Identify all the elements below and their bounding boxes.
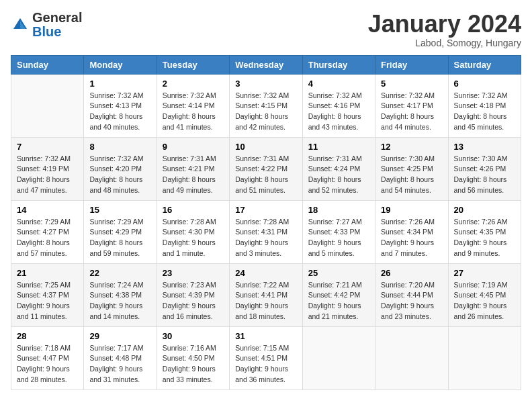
day-number: 4	[308, 79, 369, 89]
calendar-cell: 8Sunrise: 7:32 AMSunset: 4:20 PMDaylight…	[84, 137, 157, 200]
day-number: 15	[89, 205, 150, 215]
day-number: 14	[17, 205, 78, 215]
day-number: 22	[89, 268, 150, 278]
calendar-cell	[302, 326, 375, 390]
logo-text-general: General	[32, 10, 82, 25]
calendar-cell: 5Sunrise: 7:32 AMSunset: 4:17 PMDaylight…	[375, 74, 448, 137]
day-info: Sunrise: 7:32 AMSunset: 4:14 PMDaylight:…	[163, 91, 224, 133]
day-info: Sunrise: 7:31 AMSunset: 4:21 PMDaylight:…	[163, 154, 224, 196]
day-number: 16	[163, 205, 224, 215]
calendar-week-row: 7Sunrise: 7:32 AMSunset: 4:19 PMDaylight…	[11, 137, 521, 200]
logo: General Blue	[11, 11, 82, 39]
calendar-cell: 16Sunrise: 7:28 AMSunset: 4:30 PMDayligh…	[157, 200, 229, 263]
day-number: 29	[89, 331, 150, 341]
title-month: January 2024	[368, 11, 521, 38]
calendar-cell: 13Sunrise: 7:30 AMSunset: 4:26 PMDayligh…	[448, 137, 521, 200]
day-number: 6	[454, 79, 515, 89]
day-number: 7	[17, 142, 78, 152]
calendar-cell: 21Sunrise: 7:25 AMSunset: 4:37 PMDayligh…	[11, 263, 84, 326]
day-info: Sunrise: 7:19 AMSunset: 4:45 PMDaylight:…	[454, 280, 515, 322]
calendar-cell: 2Sunrise: 7:32 AMSunset: 4:14 PMDaylight…	[157, 74, 229, 137]
calendar-cell: 27Sunrise: 7:19 AMSunset: 4:45 PMDayligh…	[448, 263, 521, 326]
day-info: Sunrise: 7:31 AMSunset: 4:22 PMDaylight:…	[235, 154, 296, 196]
day-number: 10	[235, 142, 296, 152]
day-info: Sunrise: 7:29 AMSunset: 4:27 PMDaylight:…	[17, 217, 78, 259]
day-info: Sunrise: 7:29 AMSunset: 4:29 PMDaylight:…	[89, 217, 150, 259]
day-info: Sunrise: 7:28 AMSunset: 4:30 PMDaylight:…	[163, 217, 224, 259]
calendar-cell: 10Sunrise: 7:31 AMSunset: 4:22 PMDayligh…	[230, 137, 302, 200]
day-number: 3	[235, 79, 296, 89]
calendar-header-thursday: Thursday	[302, 55, 375, 74]
day-info: Sunrise: 7:27 AMSunset: 4:33 PMDaylight:…	[308, 217, 369, 259]
day-info: Sunrise: 7:32 AMSunset: 4:19 PMDaylight:…	[17, 154, 78, 196]
calendar-cell: 29Sunrise: 7:17 AMSunset: 4:48 PMDayligh…	[84, 326, 157, 390]
calendar-cell: 20Sunrise: 7:26 AMSunset: 4:35 PMDayligh…	[448, 200, 521, 263]
day-info: Sunrise: 7:25 AMSunset: 4:37 PMDaylight:…	[17, 280, 78, 322]
calendar-cell: 24Sunrise: 7:22 AMSunset: 4:41 PMDayligh…	[230, 263, 302, 326]
day-info: Sunrise: 7:15 AMSunset: 4:51 PMDaylight:…	[235, 343, 296, 385]
calendar-cell: 25Sunrise: 7:21 AMSunset: 4:42 PMDayligh…	[302, 263, 375, 326]
day-number: 28	[17, 331, 78, 341]
day-info: Sunrise: 7:22 AMSunset: 4:41 PMDaylight:…	[235, 280, 296, 322]
calendar-cell: 31Sunrise: 7:15 AMSunset: 4:51 PMDayligh…	[230, 326, 302, 390]
calendar-cell: 3Sunrise: 7:32 AMSunset: 4:15 PMDaylight…	[230, 74, 302, 137]
day-number: 31	[235, 331, 296, 341]
day-number: 17	[235, 205, 296, 215]
calendar-cell: 6Sunrise: 7:32 AMSunset: 4:18 PMDaylight…	[448, 74, 521, 137]
day-number: 21	[17, 268, 78, 278]
day-info: Sunrise: 7:23 AMSunset: 4:39 PMDaylight:…	[163, 280, 224, 322]
day-info: Sunrise: 7:28 AMSunset: 4:31 PMDaylight:…	[235, 217, 296, 259]
title-location: Labod, Somogy, Hungary	[368, 38, 521, 48]
calendar-header-sunday: Sunday	[11, 55, 84, 74]
calendar-week-row: 14Sunrise: 7:29 AMSunset: 4:27 PMDayligh…	[11, 200, 521, 263]
calendar-cell: 11Sunrise: 7:31 AMSunset: 4:24 PMDayligh…	[302, 137, 375, 200]
day-number: 9	[163, 142, 224, 152]
calendar-cell: 4Sunrise: 7:32 AMSunset: 4:16 PMDaylight…	[302, 74, 375, 137]
day-info: Sunrise: 7:21 AMSunset: 4:42 PMDaylight:…	[308, 280, 369, 322]
day-info: Sunrise: 7:20 AMSunset: 4:44 PMDaylight:…	[381, 280, 442, 322]
header: General Blue January 2024 Labod, Somogy,…	[11, 11, 521, 48]
calendar-cell: 14Sunrise: 7:29 AMSunset: 4:27 PMDayligh…	[11, 200, 84, 263]
calendar-cell: 22Sunrise: 7:24 AMSunset: 4:38 PMDayligh…	[84, 263, 157, 326]
day-number: 20	[454, 205, 515, 215]
day-info: Sunrise: 7:17 AMSunset: 4:48 PMDaylight:…	[89, 343, 150, 385]
calendar-table: SundayMondayTuesdayWednesdayThursdayFrid…	[11, 55, 521, 390]
calendar-cell: 15Sunrise: 7:29 AMSunset: 4:29 PMDayligh…	[84, 200, 157, 263]
day-number: 26	[381, 268, 442, 278]
day-info: Sunrise: 7:26 AMSunset: 4:35 PMDaylight:…	[454, 217, 515, 259]
day-info: Sunrise: 7:32 AMSunset: 4:13 PMDaylight:…	[89, 91, 150, 133]
calendar-header-friday: Friday	[375, 55, 448, 74]
day-number: 23	[163, 268, 224, 278]
day-info: Sunrise: 7:32 AMSunset: 4:16 PMDaylight:…	[308, 91, 369, 133]
day-info: Sunrise: 7:18 AMSunset: 4:47 PMDaylight:…	[17, 343, 78, 385]
calendar-cell: 28Sunrise: 7:18 AMSunset: 4:47 PMDayligh…	[11, 326, 84, 390]
day-number: 5	[381, 79, 442, 89]
day-number: 24	[235, 268, 296, 278]
calendar-cell: 1Sunrise: 7:32 AMSunset: 4:13 PMDaylight…	[84, 74, 157, 137]
day-number: 25	[308, 268, 369, 278]
calendar-week-row: 28Sunrise: 7:18 AMSunset: 4:47 PMDayligh…	[11, 326, 521, 390]
calendar-cell: 18Sunrise: 7:27 AMSunset: 4:33 PMDayligh…	[302, 200, 375, 263]
day-number: 8	[89, 142, 150, 152]
day-info: Sunrise: 7:26 AMSunset: 4:34 PMDaylight:…	[381, 217, 442, 259]
calendar-cell: 9Sunrise: 7:31 AMSunset: 4:21 PMDaylight…	[157, 137, 229, 200]
day-number: 12	[381, 142, 442, 152]
calendar-header-saturday: Saturday	[448, 55, 521, 74]
day-number: 30	[163, 331, 224, 341]
day-number: 18	[308, 205, 369, 215]
calendar-header-tuesday: Tuesday	[157, 55, 229, 74]
title-area: January 2024 Labod, Somogy, Hungary	[368, 11, 521, 48]
day-info: Sunrise: 7:32 AMSunset: 4:20 PMDaylight:…	[89, 154, 150, 196]
logo-icon	[11, 15, 30, 34]
day-info: Sunrise: 7:32 AMSunset: 4:17 PMDaylight:…	[381, 91, 442, 133]
calendar-cell: 30Sunrise: 7:16 AMSunset: 4:50 PMDayligh…	[157, 326, 229, 390]
calendar-cell: 7Sunrise: 7:32 AMSunset: 4:19 PMDaylight…	[11, 137, 84, 200]
calendar-week-row: 1Sunrise: 7:32 AMSunset: 4:13 PMDaylight…	[11, 74, 521, 137]
day-info: Sunrise: 7:31 AMSunset: 4:24 PMDaylight:…	[308, 154, 369, 196]
day-info: Sunrise: 7:30 AMSunset: 4:26 PMDaylight:…	[454, 154, 515, 196]
day-info: Sunrise: 7:24 AMSunset: 4:38 PMDaylight:…	[89, 280, 150, 322]
day-info: Sunrise: 7:32 AMSunset: 4:15 PMDaylight:…	[235, 91, 296, 133]
calendar-header-wednesday: Wednesday	[230, 55, 302, 74]
calendar-cell: 19Sunrise: 7:26 AMSunset: 4:34 PMDayligh…	[375, 200, 448, 263]
day-info: Sunrise: 7:30 AMSunset: 4:25 PMDaylight:…	[381, 154, 442, 196]
